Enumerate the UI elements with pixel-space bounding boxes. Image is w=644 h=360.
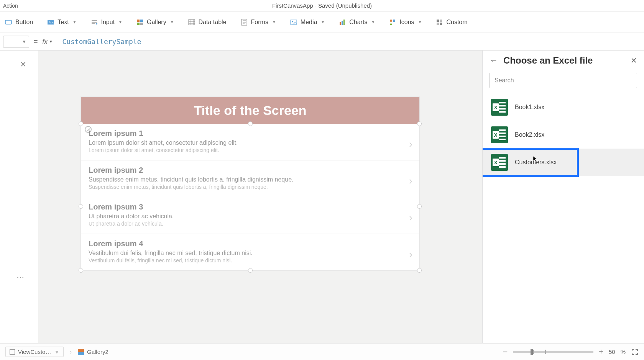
screen-name: ViewCusto… [18,349,51,355]
svg-rect-16 [393,20,395,22]
zoom-unit: % [621,349,626,355]
property-selector[interactable]: ▼ [3,36,29,48]
input-label: Input [101,19,115,26]
item-subtitle: Suspendisse enim metus, tincidunt quis l… [89,184,412,190]
selection-handle[interactable] [417,268,422,273]
text-insert[interactable]: Abc Text ▼ [45,16,78,28]
chevron-right-icon: › [70,349,72,355]
charts-icon [338,18,346,26]
excel-icon [491,154,508,171]
selection-handle[interactable] [79,268,83,273]
excel-icon [491,126,508,143]
formula-value[interactable]: CustomGallerySample [62,38,141,46]
item-body: Lorem ipsum dolor sit amet, consectetur … [89,139,412,146]
icons-icon [389,18,396,26]
item-title: Lorem ipsum 1 [89,129,412,138]
gallery-item[interactable]: Lorem ipsum 4 Vestibulum dui felis, frin… [81,234,419,270]
svg-point-3 [96,23,97,25]
search-input[interactable] [490,73,637,88]
custom-label: Custom [446,19,467,26]
custom-icon [435,18,443,26]
svg-rect-13 [342,21,343,25]
media-icon [290,18,297,26]
formula-bar: ▼ = fx▼ CustomGallerySample [0,33,644,51]
svg-rect-0 [5,20,12,24]
custom-insert[interactable]: Custom [434,16,469,28]
chevron-down-icon: ▼ [321,20,325,24]
title-bar: Action FirstCanvasApp - Saved (Unpublish… [0,0,644,11]
media-insert[interactable]: Media ▼ [288,16,326,28]
chevron-right-icon[interactable]: › [409,138,412,150]
chevron-right-icon[interactable]: › [409,249,412,260]
selection-handle[interactable] [248,268,253,273]
item-body: Suspendisse enim metus, tincidunt quis l… [89,176,412,183]
zoom-value: 50 [609,349,615,355]
item-title: Lorem ipsum 3 [89,203,412,211]
screen-title: Title of the Screen [81,97,419,124]
zoom-controls: − + 50 % [503,347,639,357]
close-icon[interactable]: ✕ [20,60,26,69]
input-insert[interactable]: Input ▼ [89,16,124,28]
svg-rect-7 [140,23,143,25]
svg-text:Abc: Abc [49,21,54,24]
app-canvas[interactable]: Title of the Screen Lorem ipsum 1 Lorem … [80,97,420,271]
table-icon [188,18,196,26]
gallery-label: Gallery [147,19,166,26]
status-bar: ViewCusto… ▼ › Gallery2 − + 50 % [0,343,644,360]
breadcrumb-control[interactable]: Gallery2 [78,349,108,355]
action-menu[interactable]: Action [3,3,18,9]
item-subtitle: Ut pharetra a dolor ac vehicula. [89,221,412,227]
data-source-panel: ← Choose an Excel file ✕ Book1.xlsx Book… [482,51,644,343]
back-icon[interactable]: ← [490,56,498,65]
gallery-item[interactable]: Lorem ipsum 2 Suspendisse enim metus, ti… [81,160,419,197]
selection-handle[interactable] [248,121,253,126]
item-body: Ut pharetra a dolor ac vehicula. [89,213,412,220]
chevron-down-icon: ▼ [371,20,375,24]
chevron-right-icon[interactable]: › [409,175,412,187]
svg-rect-5 [140,20,143,22]
charts-insert[interactable]: Charts ▼ [337,16,376,28]
app-title: FirstCanvasApp - Saved (Unpublished) [272,2,372,9]
gallery-item[interactable]: Lorem ipsum 1 Lorem ipsum dolor sit amet… [81,124,419,160]
chevron-down-icon: ▼ [54,349,59,355]
fit-to-screen-icon[interactable] [631,348,639,356]
text-icon: Abc [47,18,54,26]
svg-rect-6 [137,23,140,25]
chevron-down-icon: ▼ [418,20,422,24]
button-insert[interactable]: Button [3,16,34,28]
excel-file-item[interactable]: Book1.xlsx [483,93,644,121]
fx-label[interactable]: fx▼ [43,38,58,46]
zoom-slider[interactable] [513,351,593,353]
chevron-right-icon[interactable]: › [409,212,412,224]
selection-handle[interactable] [417,204,422,209]
svg-rect-17 [437,20,439,22]
icons-insert[interactable]: Icons ▼ [387,16,423,28]
gallery-item[interactable]: Lorem ipsum 3 Ut pharetra a dolor ac veh… [81,197,419,234]
svg-rect-8 [189,20,195,25]
svg-point-15 [390,20,392,22]
zoom-out-button[interactable]: − [503,347,508,357]
zoom-in-button[interactable]: + [599,347,603,356]
selection-handle[interactable] [79,121,83,126]
gallery-icon [136,18,144,26]
breadcrumb-screen[interactable]: ViewCusto… ▼ [5,347,64,357]
file-name: Book1.xlsx [515,104,544,111]
gallery-insert[interactable]: Gallery ▼ [135,16,176,28]
selection-handle[interactable] [417,121,422,126]
excel-file-item[interactable]: Customers.xlsx [483,149,644,176]
selection-handle[interactable] [79,204,83,209]
chevron-down-icon: ▼ [170,20,174,24]
more-icon[interactable]: ⋯ [16,273,25,282]
canvas-area[interactable]: Title of the Screen Lorem ipsum 1 Lorem … [38,51,482,343]
forms-icon [240,18,248,26]
excel-file-item[interactable]: Book2.xlsx [483,121,644,149]
forms-insert[interactable]: Forms ▼ [239,16,278,28]
equals-sign: = [34,38,38,46]
close-icon[interactable]: ✕ [631,56,637,65]
insert-ribbon: Button Abc Text ▼ Input ▼ Gallery ▼ Data… [0,11,644,33]
item-title: Lorem ipsum 4 [89,239,412,248]
datatable-insert[interactable]: Data table [186,16,228,28]
icons-label: Icons [399,19,414,26]
excel-icon [491,99,508,116]
svg-rect-18 [440,20,442,22]
